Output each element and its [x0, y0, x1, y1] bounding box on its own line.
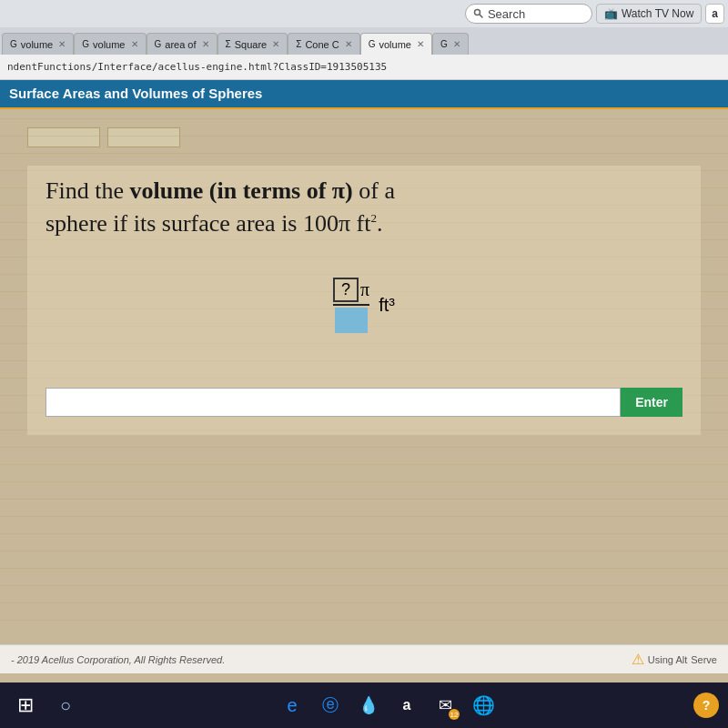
pi-symbol-numerator: π	[360, 279, 369, 300]
math-area: ? π ft³	[46, 278, 682, 333]
tab-label-3: Square	[235, 39, 267, 50]
tab-2[interactable]: G area of ✕	[147, 33, 217, 55]
taskbar-mail-icon[interactable]: ✉ 12	[429, 689, 461, 722]
address-text: ndentFunctions/Interface/acellus-engine.…	[7, 61, 387, 73]
page-footer: - 2019 Acellus Corporation, All Rights R…	[0, 644, 728, 673]
placeholder-box-1	[27, 127, 100, 147]
amazon-button[interactable]: a	[705, 4, 724, 24]
tab-close-5[interactable]: ✕	[417, 39, 424, 49]
search-icon	[473, 8, 484, 19]
taskbar-ie-icon[interactable]: e	[276, 689, 308, 722]
taskbar-apps: e ⓔ 💧 a ✉ 12 🌐	[276, 689, 500, 722]
footer-copyright: - 2019 Acellus Corporation, All Rights R…	[11, 654, 225, 665]
taskbar-edge-icon[interactable]: ⓔ	[314, 689, 347, 722]
taskbar-chrome-icon[interactable]: 🌐	[467, 689, 500, 722]
tab-5[interactable]: G volume ✕	[360, 33, 432, 55]
taskbar-dropbox-icon[interactable]: 💧	[352, 689, 385, 722]
ft3-label: ft³	[379, 295, 395, 316]
server-text: Serve	[691, 654, 717, 665]
tab-label-5: volume	[379, 39, 410, 50]
warning-text: Using Alt	[648, 654, 687, 665]
tab-icon-4: Σ	[296, 39, 301, 49]
warning-area: ⚠ Using Alt Serve	[632, 651, 717, 668]
tab-icon-6: G	[440, 39, 448, 49]
tab-3[interactable]: Σ Square ✕	[217, 33, 288, 55]
page-header: Surface Areas and Volumes of Spheres	[0, 80, 728, 109]
fraction-container: ? π ft³	[333, 278, 395, 333]
tab-label-1: volume	[93, 39, 125, 50]
tab-icon-2: G	[155, 39, 162, 49]
page-header-title: Surface Areas and Volumes of Spheres	[9, 86, 262, 101]
svg-line-1	[480, 15, 482, 17]
tab-4[interactable]: Σ Cone C ✕	[288, 33, 359, 55]
tab-0[interactable]: G volume ✕	[2, 33, 74, 55]
browser-top-bar: Search 📺 Watch TV Now a	[0, 0, 728, 27]
numerator-answer-box[interactable]: ?	[333, 278, 359, 302]
fraction-numerator: ? π	[333, 278, 369, 306]
cortana-button[interactable]: ○	[49, 689, 82, 722]
main-content: Find the volume (in terms of π) of a sph…	[0, 109, 728, 637]
fraction-denominator[interactable]	[335, 308, 368, 333]
tab-icon-5: G	[369, 39, 376, 49]
question-bold-volume: volume (in terms of π)	[129, 177, 352, 204]
tabs-bar: G volume ✕ G volume ✕ G area of ✕ Σ Squa…	[0, 27, 728, 55]
tab-icon-1: G	[82, 39, 89, 49]
tab-icon-0: G	[10, 39, 17, 49]
tab-close-6[interactable]: ✕	[453, 39, 460, 49]
address-bar[interactable]: ndentFunctions/Interface/acellus-engine.…	[0, 55, 728, 80]
watch-tv-button[interactable]: 📺 Watch TV Now	[596, 4, 702, 24]
warning-icon: ⚠	[632, 651, 644, 668]
tab-close-2[interactable]: ✕	[202, 39, 209, 49]
mail-badge: 12	[449, 709, 460, 720]
windows-start-button[interactable]: ⊞	[9, 689, 42, 722]
tab-label-0: volume	[21, 39, 53, 50]
taskbar: ⊞ ○ e ⓔ 💧 a ✉ 12 🌐 ?	[0, 682, 728, 728]
tab-close-3[interactable]: ✕	[272, 39, 279, 49]
taskbar-amazon-icon[interactable]: a	[390, 689, 423, 722]
content-box: Find the volume (in terms of π) of a sph…	[27, 166, 701, 435]
svg-point-0	[474, 10, 480, 15]
tab-1[interactable]: G volume ✕	[74, 33, 146, 55]
taskbar-right: ?	[693, 693, 719, 718]
tab-close-1[interactable]: ✕	[131, 39, 138, 49]
tab-close-0[interactable]: ✕	[58, 39, 66, 49]
input-row: Enter	[46, 388, 682, 417]
tab-label-4: Cone C	[305, 39, 339, 50]
tab-6[interactable]: G ✕	[432, 33, 469, 55]
tab-label-2: area of	[165, 39, 196, 50]
search-area[interactable]: Search	[465, 4, 592, 24]
help-button[interactable]: ?	[693, 693, 719, 718]
placeholder-box-2	[107, 127, 180, 147]
fraction: ? π	[333, 278, 369, 333]
enter-button[interactable]: Enter	[621, 388, 682, 417]
placeholder-boxes	[27, 127, 701, 147]
tv-icon: 📺	[604, 7, 618, 20]
question-text: Find the volume (in terms of π) of a sph…	[46, 175, 682, 241]
tab-icon-3: Σ	[226, 39, 231, 49]
answer-input[interactable]	[46, 388, 621, 417]
tab-close-4[interactable]: ✕	[345, 39, 352, 49]
search-label: Search	[488, 7, 525, 21]
